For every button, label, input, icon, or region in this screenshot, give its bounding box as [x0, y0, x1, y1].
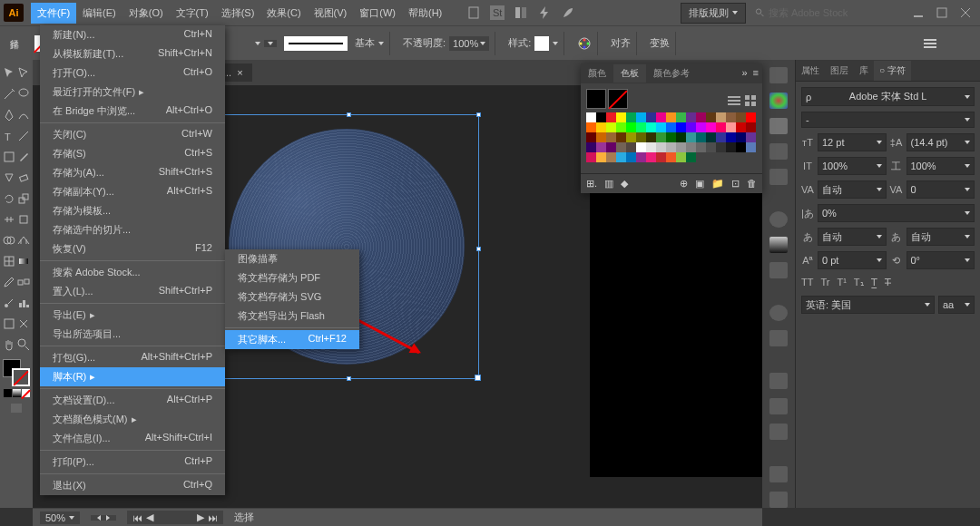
baseline-pct-field[interactable]: 0% [818, 204, 975, 222]
swatch-cell[interactable] [586, 112, 596, 122]
swatch-cell[interactable] [616, 132, 626, 142]
swatch-cell[interactable] [656, 112, 666, 122]
swatch-cell[interactable] [706, 112, 716, 122]
appearance-dock-icon[interactable] [769, 305, 788, 321]
swatch-cell[interactable] [736, 142, 746, 152]
trash-icon[interactable]: 🗑 [747, 178, 757, 190]
swatches-dock-icon[interactable] [769, 118, 788, 134]
file-menu-item[interactable]: 导出所选项目... [40, 325, 225, 344]
file-menu-item[interactable]: 存储(S)Ctrl+S [40, 144, 225, 163]
shape-builder-tool[interactable] [2, 233, 16, 248]
maximize-icon[interactable] [936, 7, 947, 18]
menu-0[interactable]: 文件(F) [31, 3, 76, 24]
swatch-cell[interactable] [676, 152, 686, 162]
rotate-tool[interactable] [2, 191, 16, 206]
swatch-cell[interactable] [686, 122, 696, 132]
eraser-tool[interactable] [16, 170, 31, 185]
file-menu-item[interactable]: 打印(P)...Ctrl+P [40, 453, 225, 472]
swatch-cell[interactable] [586, 122, 596, 132]
swatch-cell[interactable] [606, 132, 616, 142]
script-menu-item[interactable]: 将文档存储为 SVG [225, 287, 359, 307]
swatch-cell[interactable] [726, 132, 736, 142]
swatch-cell[interactable] [726, 142, 736, 152]
kerning-field[interactable]: 自动 [818, 180, 887, 199]
swatch-cell[interactable] [616, 122, 626, 132]
type-tool[interactable]: T [2, 129, 16, 143]
opacity-field[interactable]: 100% [449, 36, 489, 51]
swatch-cell[interactable] [626, 142, 636, 152]
graph-tool[interactable] [16, 296, 31, 310]
close-icon[interactable] [960, 7, 971, 18]
file-menu-item[interactable]: 关闭(C)Ctrl+W [40, 125, 225, 144]
mesh-tool[interactable] [2, 254, 16, 268]
style-swatch[interactable] [534, 36, 549, 51]
swatch-cell[interactable] [626, 132, 636, 142]
swatch-cell[interactable] [676, 142, 686, 152]
new-group-icon[interactable]: ⊕ [680, 178, 688, 190]
file-menu-item[interactable]: 存储副本(Y)...Alt+Ctrl+S [40, 182, 225, 201]
stock-search-input[interactable] [769, 7, 895, 18]
selection-tool[interactable] [2, 66, 16, 81]
artboard-nav[interactable]: ⏮◀▶⏭ [127, 511, 223, 524]
swatch-cell[interactable] [636, 112, 646, 122]
new-icon[interactable]: ⊡ [731, 178, 740, 190]
swatch-tab[interactable]: 颜色 [581, 64, 613, 83]
free-transform-tool[interactable] [16, 212, 31, 227]
file-menu-item[interactable]: 文档颜色模式(M) [40, 410, 225, 429]
actions-dock-icon[interactable] [769, 492, 788, 508]
panel-menu-icon[interactable]: ≡ [753, 67, 759, 78]
swatch-cell[interactable] [656, 132, 666, 142]
gradient-tool[interactable] [16, 254, 31, 268]
menu-4[interactable]: 选择(S) [215, 3, 261, 24]
st-icon[interactable]: St [490, 5, 505, 20]
swatch-tab[interactable]: 色板 [613, 64, 646, 83]
recolor-icon[interactable] [577, 36, 592, 51]
artboard-tool[interactable] [2, 317, 16, 331]
strikethrough-button[interactable]: T̶ [885, 277, 891, 288]
current-stroke-swatch[interactable] [608, 89, 628, 109]
swatch-cell[interactable] [666, 112, 676, 122]
file-menu-item[interactable]: 搜索 Adobe Stock... [40, 263, 225, 282]
swatch-cell[interactable] [636, 142, 646, 152]
rotate-view-field[interactable] [91, 515, 116, 521]
menu-7[interactable]: 窗口(W) [353, 3, 402, 24]
swatch-cell[interactable] [726, 112, 736, 122]
color-mode-switches[interactable] [4, 389, 30, 397]
swatch-cell[interactable] [646, 142, 656, 152]
language-field[interactable]: 英语: 美国 [801, 296, 935, 314]
char-tab[interactable]: 属性 [796, 61, 825, 81]
slice-tool[interactable] [16, 317, 31, 331]
script-menu-item[interactable]: 图像描摹 [225, 249, 359, 268]
swatch-cell[interactable] [596, 132, 606, 142]
swatch-cell[interactable] [646, 122, 656, 132]
swatch-cell[interactable] [586, 142, 596, 152]
file-menu-item[interactable]: 最近打开的文件(F) [40, 83, 225, 102]
hand-tool[interactable] [2, 337, 16, 352]
panel-menu-icon[interactable] [924, 37, 936, 50]
font-style-field[interactable]: - [801, 112, 975, 128]
magic-wand-tool[interactable] [2, 87, 16, 102]
swatch-cell[interactable] [626, 152, 636, 162]
swatch-cell[interactable] [646, 152, 656, 162]
swatch-cell[interactable] [666, 132, 676, 142]
menu-2[interactable]: 对象(O) [122, 3, 170, 24]
char-tab[interactable]: ○ 字符 [874, 61, 911, 81]
file-menu-item[interactable]: 文档设置(D)...Alt+Ctrl+P [40, 391, 225, 410]
swatch-cell[interactable] [666, 152, 676, 162]
symbols-dock-icon[interactable] [769, 169, 788, 185]
panel-collapse-icon[interactable]: » [741, 67, 747, 78]
swatch-cell[interactable] [736, 122, 746, 132]
file-menu-item[interactable]: 置入(L)...Shift+Ctrl+P [40, 282, 225, 301]
brushes-dock-icon[interactable] [769, 143, 788, 160]
paintbrush-tool[interactable] [16, 150, 31, 164]
blend-tool[interactable] [16, 275, 31, 289]
menu-8[interactable]: 帮助(H) [402, 3, 448, 24]
swatch-cell[interactable] [686, 142, 696, 152]
swatch-cell[interactable] [636, 152, 646, 162]
swatch-cell[interactable] [746, 142, 756, 152]
doc-icon[interactable] [466, 5, 481, 20]
rotation-field[interactable]: 0° [906, 251, 975, 269]
swatch-cell[interactable] [686, 132, 696, 142]
curvature-tool[interactable] [16, 108, 31, 122]
swatch-cell[interactable] [616, 112, 626, 122]
